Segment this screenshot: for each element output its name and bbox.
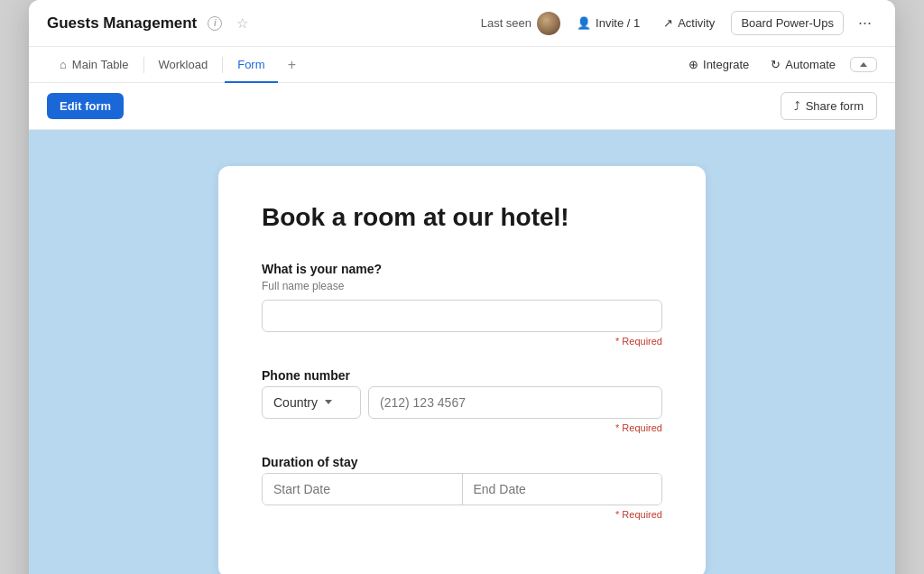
info-button[interactable]: i xyxy=(204,14,226,32)
tab-workload[interactable]: Workload xyxy=(146,48,221,83)
tabs-bar: ⌂ Main Table Workload Form + Integrate A xyxy=(29,47,895,83)
board-powerups-button[interactable]: Board Power-Ups xyxy=(731,11,844,35)
name-required: * Required xyxy=(262,336,662,347)
integrate-button[interactable]: Integrate xyxy=(681,53,756,76)
form-title: Book a room at our hotel! xyxy=(262,202,662,233)
automate-button[interactable]: Automate xyxy=(763,53,843,76)
phone-input[interactable] xyxy=(368,386,662,419)
automate-label: Automate xyxy=(785,58,836,71)
board-powerups-label: Board Power-Ups xyxy=(741,16,834,30)
activity-icon xyxy=(663,16,673,30)
star-button[interactable]: ☆ xyxy=(233,14,252,33)
date-row xyxy=(262,473,662,505)
start-date-input[interactable] xyxy=(263,474,462,505)
star-icon: ☆ xyxy=(236,15,248,32)
name-field-group: What is your name? Full name please * Re… xyxy=(262,262,662,347)
more-options-button[interactable]: ··· xyxy=(853,12,877,34)
top-bar: Guests Management i ☆ Last seen 👤 Invite… xyxy=(29,0,895,47)
integrate-icon xyxy=(688,58,698,71)
tabs-right: Integrate Automate xyxy=(681,53,877,76)
home-icon: ⌂ xyxy=(60,58,67,71)
tab-divider-1 xyxy=(143,57,144,73)
chevron-down-icon xyxy=(325,400,332,404)
more-icon: ··· xyxy=(858,14,872,32)
toolbar: Edit form ⤴ Share form xyxy=(29,83,895,130)
top-bar-left: Guests Management i ☆ xyxy=(47,14,252,33)
info-icon: i xyxy=(208,16,222,31)
add-tab-button[interactable]: + xyxy=(280,52,305,78)
tab-divider-2 xyxy=(222,57,223,73)
integrate-label: Integrate xyxy=(703,58,749,71)
collapse-button[interactable] xyxy=(850,57,877,72)
country-label: Country xyxy=(273,395,318,410)
automate-icon xyxy=(771,58,781,71)
share-form-label: Share form xyxy=(806,99,864,113)
avatar-image xyxy=(537,12,560,35)
activity-button[interactable]: Activity xyxy=(656,12,722,34)
last-seen-container: Last seen xyxy=(481,12,560,35)
phone-required: * Required xyxy=(262,422,662,433)
tab-form-label: Form xyxy=(237,58,264,71)
last-seen-label: Last seen xyxy=(481,16,531,30)
phone-row: Country xyxy=(262,386,662,419)
tab-workload-label: Workload xyxy=(159,58,208,71)
avatar xyxy=(537,12,560,35)
app-window: Guests Management i ☆ Last seen 👤 Invite… xyxy=(29,0,895,574)
phone-field-group: Phone number Country * Required xyxy=(262,368,662,433)
tab-form[interactable]: Form xyxy=(225,48,277,83)
duration-label: Duration of stay xyxy=(262,455,662,469)
duration-required: * Required xyxy=(262,509,662,520)
phone-label: Phone number xyxy=(262,368,662,383)
invite-button[interactable]: 👤 Invite / 1 xyxy=(569,12,647,34)
activity-label: Activity xyxy=(678,16,715,30)
content-area: Book a room at our hotel! What is your n… xyxy=(29,130,895,574)
name-sublabel: Full name please xyxy=(262,280,662,292)
end-date-input[interactable] xyxy=(462,474,662,505)
chevron-up-icon xyxy=(860,62,867,67)
edit-form-button[interactable]: Edit form xyxy=(47,93,124,119)
form-card: Book a room at our hotel! What is your n… xyxy=(218,166,706,574)
top-bar-right: Last seen 👤 Invite / 1 Activity Board Po… xyxy=(481,11,877,35)
duration-field-group: Duration of stay * Required xyxy=(262,455,662,520)
app-title: Guests Management xyxy=(47,14,197,32)
name-label: What is your name? xyxy=(262,262,662,276)
name-input[interactable] xyxy=(262,300,662,332)
tabs-left: ⌂ Main Table Workload Form + xyxy=(47,47,305,82)
tab-main-table-label: Main Table xyxy=(72,58,129,71)
invite-label: Invite / 1 xyxy=(596,16,640,30)
add-tab-icon: + xyxy=(288,57,296,73)
share-icon: ⤴ xyxy=(794,99,800,113)
country-select[interactable]: Country xyxy=(262,386,361,419)
tab-main-table[interactable]: ⌂ Main Table xyxy=(47,48,142,83)
share-form-button[interactable]: ⤴ Share form xyxy=(781,92,877,120)
invite-icon: 👤 xyxy=(577,16,591,30)
